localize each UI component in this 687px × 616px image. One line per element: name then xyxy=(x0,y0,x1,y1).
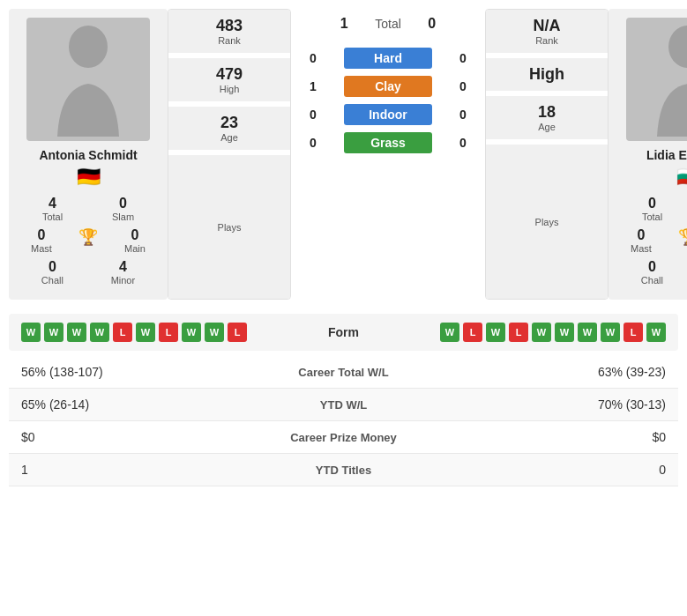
p2-high-value: High xyxy=(495,65,599,84)
trophy2-icon: 🏆 xyxy=(678,228,687,246)
p2-plays-box: Plays xyxy=(486,145,608,299)
form-badge-w: W xyxy=(205,323,224,342)
form-badge-w: W xyxy=(578,323,597,342)
indoor-p1: 0 xyxy=(300,108,326,122)
p1-main: 0 xyxy=(124,227,146,243)
total-p1: 1 xyxy=(331,16,357,32)
svg-point-1 xyxy=(668,26,687,68)
clay-row: 1 Clay 0 xyxy=(300,76,476,97)
form-badge-w: W xyxy=(440,323,459,342)
form-badge-l: L xyxy=(228,323,247,342)
player2-form-badges: WLWLWWWWLW xyxy=(440,323,666,342)
player2-middle-stats: N/A Rank High 18 Age Plays xyxy=(485,9,609,300)
p1-age-value: 23 xyxy=(177,114,281,132)
player1-stats: 4 Total 0 Slam 0 Mast 🏆 xyxy=(18,196,159,291)
p1-prize: $0 xyxy=(21,430,256,444)
player2-card: Lidia Encheva 🇧🇬 0 Total 0 Slam 0 xyxy=(609,9,687,300)
form-badge-w: W xyxy=(136,323,155,342)
hard-p1: 0 xyxy=(300,51,326,65)
player1-flag: 🇩🇪 xyxy=(77,166,101,189)
form-label: Form xyxy=(328,325,359,339)
player1-middle-stats: 483 Rank 479 High 23 Age Plays xyxy=(168,9,291,300)
clay-badge: Clay xyxy=(344,76,432,97)
court-section: 1 Total 0 0 Hard 0 1 Clay 0 0 Indoor 0 0 xyxy=(291,9,485,300)
ytd-titles-label: YTD Titles xyxy=(256,464,432,477)
p1-total-label: Total xyxy=(42,212,63,222)
form-badge-l: L xyxy=(113,323,132,342)
form-badge-w: W xyxy=(44,323,63,342)
form-badge-w: W xyxy=(646,323,666,342)
p2-chall: 0 xyxy=(641,259,663,275)
p1-mast: 0 xyxy=(31,227,52,243)
p2-chall-label: Chall xyxy=(641,275,663,286)
p1-career-wl: 56% (138-107) xyxy=(21,365,256,379)
form-badge-w: W xyxy=(67,323,86,342)
grass-p2: 0 xyxy=(450,136,476,150)
p2-ytd-wl: 70% (30-13) xyxy=(432,397,667,412)
p2-ytd-titles: 0 xyxy=(432,463,667,477)
p1-main-label: Main xyxy=(124,243,146,254)
p2-age-value: 18 xyxy=(495,103,599,122)
p1-total: 4 xyxy=(42,196,63,212)
total-p2: 0 xyxy=(419,16,445,32)
form-badge-l: L xyxy=(509,323,528,342)
form-badge-w: W xyxy=(532,323,551,342)
career-total-wl-row: 56% (138-107) Career Total W/L 63% (39-2… xyxy=(9,356,678,389)
p2-rank-label: Rank xyxy=(495,35,599,46)
grass-badge: Grass xyxy=(344,132,432,153)
form-badge-w: W xyxy=(90,323,109,342)
form-badge-w: W xyxy=(486,323,505,342)
form-badge-l: L xyxy=(624,323,643,342)
p1-minor-label: Minor xyxy=(111,275,136,286)
total-row: 1 Total 0 xyxy=(300,9,476,39)
p2-prize: $0 xyxy=(432,430,667,444)
player2-avatar xyxy=(626,18,687,141)
p2-high-box: High xyxy=(486,58,608,93)
form-section: WWWWLWLWWL Form WLWLWWWWLW xyxy=(9,314,678,351)
ytd-wl-row: 65% (26-14) YTD W/L 70% (30-13) xyxy=(9,389,678,421)
form-badge-w: W xyxy=(182,323,201,342)
indoor-p2: 0 xyxy=(450,108,476,122)
form-badge-l: L xyxy=(159,323,178,342)
p1-ytd-titles: 1 xyxy=(21,463,256,477)
p1-rank-label: Rank xyxy=(177,35,281,46)
prize-row: $0 Career Prize Money $0 xyxy=(9,421,678,454)
p2-plays-label: Plays xyxy=(535,217,559,227)
p1-age-label: Age xyxy=(177,132,281,143)
p1-plays-box: Plays xyxy=(168,155,290,299)
ytd-titles-row: 1 YTD Titles 0 xyxy=(9,454,678,486)
clay-p1: 1 xyxy=(300,79,326,93)
p1-mast-label: Mast xyxy=(31,243,52,254)
prize-label: Career Prize Money xyxy=(256,431,432,444)
p2-mast-label: Mast xyxy=(631,243,652,254)
p1-ytd-wl: 65% (26-14) xyxy=(21,397,256,412)
p1-high-label: High xyxy=(177,84,281,94)
form-badge-l: L xyxy=(463,323,482,342)
ytd-wl-label: YTD W/L xyxy=(256,398,432,412)
p2-mast: 0 xyxy=(631,227,652,243)
indoor-badge: Indoor xyxy=(344,104,432,125)
player2-flag: 🇧🇬 xyxy=(676,166,688,189)
form-badge-w: W xyxy=(555,323,574,342)
p2-total: 0 xyxy=(642,196,662,212)
career-wl-label: Career Total W/L xyxy=(256,366,432,379)
stats-table: 56% (138-107) Career Total W/L 63% (39-2… xyxy=(9,356,678,486)
p1-rank-value: 483 xyxy=(177,17,281,35)
p1-age-box: 23 Age xyxy=(168,107,290,152)
grass-p1: 0 xyxy=(300,136,326,150)
hard-badge: Hard xyxy=(344,48,432,69)
hard-p2: 0 xyxy=(450,51,476,65)
p1-rank-box: 483 Rank xyxy=(168,10,290,55)
p2-age-label: Age xyxy=(495,122,599,132)
indoor-row: 0 Indoor 0 xyxy=(300,104,476,125)
grass-row: 0 Grass 0 xyxy=(300,132,476,153)
p2-career-wl: 63% (39-23) xyxy=(432,365,667,379)
player1-form-badges: WWWWLWLWWL xyxy=(21,323,247,342)
form-badge-w: W xyxy=(601,323,620,342)
trophy1-icon: 🏆 xyxy=(78,228,98,246)
player1-card: Antonia Schmidt 🇩🇪 4 Total 0 Slam 0 xyxy=(9,9,168,300)
p2-rank-box: N/A Rank xyxy=(486,10,608,55)
p1-plays-label: Plays xyxy=(218,222,242,233)
p2-total-label: Total xyxy=(642,212,662,222)
total-label: Total xyxy=(375,17,401,31)
